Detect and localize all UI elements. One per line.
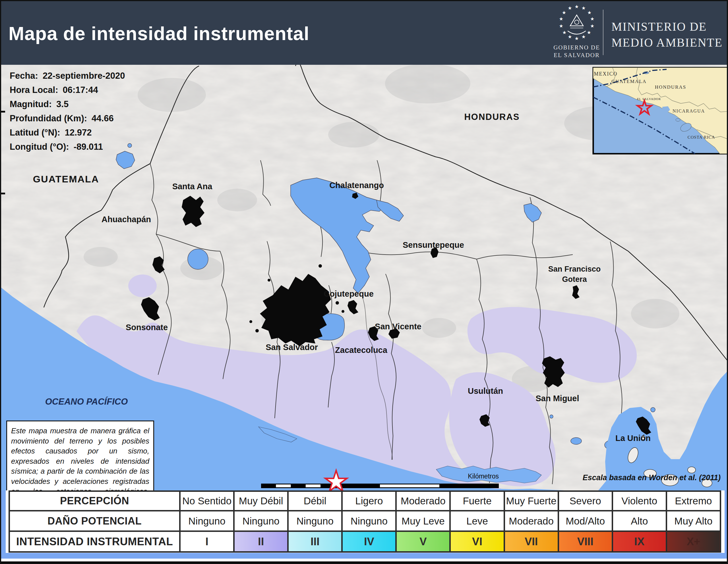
svg-text:★: ★ (575, 4, 579, 9)
damage-cell: Mod/Alto (558, 511, 612, 531)
damage-cell: Muy Leve (396, 511, 450, 531)
svg-text:★: ★ (559, 23, 563, 29)
city-label: Gotera (562, 275, 587, 283)
perception-cell: Moderado (396, 491, 450, 511)
damage-cell: Ninguno (342, 511, 396, 531)
event-local-time: Hora Local:06:17:44 (10, 83, 125, 97)
city-label: San Vicente (375, 322, 421, 331)
intensity-cell-7: VII (504, 531, 558, 552)
gobierno-label: GOBIERNO DE EL SALVADOR (543, 44, 611, 59)
inset-map: MEXICO GUATEMALA HONDURAS EL SALVADOR NI… (593, 68, 728, 154)
country-label-guatemala: GUATEMALA (33, 174, 99, 185)
country-label-honduras: HONDURAS (464, 112, 520, 122)
scale-unit-label: Kilómetros (468, 472, 499, 480)
svg-text:★: ★ (562, 30, 566, 35)
perception-cell: Violento (612, 491, 666, 511)
el-salvador-emblem-icon: ★★★ ★★★ ★★★ ★★★ ★★ (551, 3, 602, 43)
intensity-row: INTENSIDAD INSTRUMENTAL I II III IV V VI… (9, 531, 721, 552)
perception-cell: Muy Débil (234, 491, 288, 511)
city-label: San Salvador (266, 343, 318, 352)
intensity-cell-8: VIII (558, 531, 612, 552)
inset-label-costa-rica: COSTA RICA (688, 135, 715, 140)
svg-text:★: ★ (582, 5, 586, 11)
svg-text:★: ★ (582, 34, 586, 40)
event-magnitude: Magnitud:3.5 (10, 97, 125, 111)
intensity-cell-1: I (180, 531, 234, 552)
city-label: Cojutepeque (324, 289, 374, 298)
damage-cell: Moderado (504, 511, 558, 531)
city-label: Santa Ana (172, 182, 213, 191)
city-label: La Unión (615, 434, 651, 443)
damage-row: DAÑO POTENCIAL Ninguno Ninguno Ninguno N… (9, 511, 721, 531)
perception-cell: Severo (558, 491, 612, 511)
perception-cell: Muy Fuerte (504, 491, 558, 511)
intensity-legend-table: PERCEPCIÓN No Sentido Muy Débil Débil Li… (9, 490, 721, 553)
city-label: Sonsonate (126, 323, 168, 332)
damage-cell: Alto (612, 511, 666, 531)
svg-text:★: ★ (590, 16, 594, 22)
ministerio-label: MINISTERIO DE MEDIO AMBIENTE (611, 19, 723, 51)
perception-cell: Extremo (666, 491, 720, 511)
perception-cell: Débil (288, 491, 342, 511)
city-label: Ahuachapán (102, 215, 151, 224)
perception-cell: Fuerte (450, 491, 504, 511)
city-label: Zacatecoluca (335, 345, 388, 354)
damage-cell: Muy Alto (666, 511, 720, 531)
event-info-panel: Fecha:22-septiembre-2020 Hora Local:06:1… (10, 69, 125, 154)
ocean-label: OCEANO PACÍFICO (45, 397, 128, 406)
svg-text:★: ★ (590, 23, 594, 29)
event-longitude: Longitud (°O):-89.011 (10, 140, 125, 154)
perception-row: PERCEPCIÓN No Sentido Muy Débil Débil Li… (9, 491, 721, 511)
svg-text:★: ★ (587, 30, 591, 35)
map-report-page: Mapa de intensidad instrumental ★★★ ★★★ … (0, 0, 728, 564)
intensity-row-header: INTENSIDAD INSTRUMENTAL (9, 531, 180, 552)
intensity-cell-2: II (234, 531, 288, 552)
svg-text:★: ★ (568, 5, 572, 11)
government-logo: ★★★ ★★★ ★★★ ★★★ ★★ GOBIERNO DE EL SALVAD… (543, 1, 725, 65)
damage-cell: Ninguno (180, 511, 234, 531)
scale-attribution: Escala basada en Worden et al. (2011) (583, 473, 721, 482)
header-bar: Mapa de intensidad instrumental ★★★ ★★★ … (1, 1, 727, 65)
city-label: San Miguel (535, 394, 579, 403)
perception-row-header: PERCEPCIÓN (9, 491, 180, 511)
svg-text:★: ★ (587, 10, 591, 15)
svg-text:★: ★ (575, 36, 579, 41)
svg-text:★: ★ (568, 34, 572, 40)
page-title: Mapa de intensidad instrumental (9, 23, 309, 44)
damage-row-header: DAÑO POTENCIAL (9, 511, 180, 531)
inset-label-el-salvador: EL SALVADOR (637, 97, 661, 101)
damage-cell: Ninguno (288, 511, 342, 531)
inset-label-guatemala: GUATEMALA (611, 79, 647, 84)
legend-frame: PERCEPCIÓN No Sentido Muy Débil Débil Li… (1, 490, 728, 559)
city-label: Chalatenango (329, 181, 384, 190)
city-label: Sensuntepeque (403, 241, 464, 250)
inset-label-honduras: HONDURAS (655, 84, 686, 90)
logo-divider (603, 10, 603, 55)
inset-label-mexico: MEXICO (594, 71, 618, 77)
inset-label-nicaragua: NICARAGUA (673, 109, 705, 113)
city-label: San Francisco (548, 265, 601, 273)
damage-cell: Ninguno (234, 511, 288, 531)
svg-text:★: ★ (562, 10, 566, 15)
intensity-cell-10: X+ (666, 531, 720, 552)
perception-cell: No Sentido (180, 491, 234, 511)
event-depth: Profundidad (Km):44.66 (10, 111, 125, 126)
intensity-cell-5: V (396, 531, 450, 552)
cutoff-table-row (1, 561, 728, 564)
event-latitude: Latitud (°N):12.972 (10, 126, 125, 140)
intensity-cell-3: III (288, 531, 342, 552)
intensity-cell-6: VI (450, 531, 504, 552)
event-date: Fecha:22-septiembre-2020 (10, 69, 125, 83)
intensity-cell-4: IV (342, 531, 396, 552)
perception-cell: Ligero (342, 491, 396, 511)
svg-text:★: ★ (559, 16, 563, 22)
damage-cell: Leve (450, 511, 504, 531)
intensity-cell-9: IX (612, 531, 666, 552)
city-label: Usulután (468, 386, 503, 395)
